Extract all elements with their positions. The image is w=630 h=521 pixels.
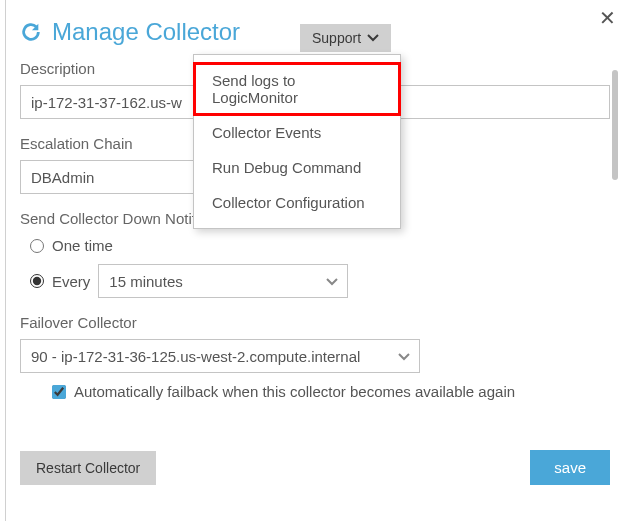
support-button-label: Support [312,30,361,46]
chevron-down-icon [367,34,379,42]
support-button[interactable]: Support [300,24,391,52]
one-time-label: One time [52,237,113,254]
menu-item-collector-events[interactable]: Collector Events [194,115,400,150]
auto-failback-checkbox[interactable] [52,385,66,399]
auto-failback-label: Automatically failback when this collect… [74,383,515,400]
support-dropdown-menu: Send logs to LogicMonitor Collector Even… [193,54,401,229]
every-label: Every [52,273,90,290]
save-button[interactable]: save [530,450,610,485]
menu-item-collector-config[interactable]: Collector Configuration [194,185,400,220]
failover-collector-label: Failover Collector [20,314,610,331]
page-title: Manage Collector [52,18,240,46]
restart-collector-button[interactable]: Restart Collector [20,451,156,485]
refresh-icon [20,21,42,43]
every-radio[interactable] [30,274,44,288]
one-time-radio[interactable] [30,239,44,253]
interval-select[interactable]: 15 minutes [98,264,348,298]
menu-item-send-logs[interactable]: Send logs to LogicMonitor [194,63,400,115]
failover-collector-select[interactable]: 90 - ip-172-31-36-125.us-west-2.compute.… [20,339,420,373]
menu-item-run-debug[interactable]: Run Debug Command [194,150,400,185]
